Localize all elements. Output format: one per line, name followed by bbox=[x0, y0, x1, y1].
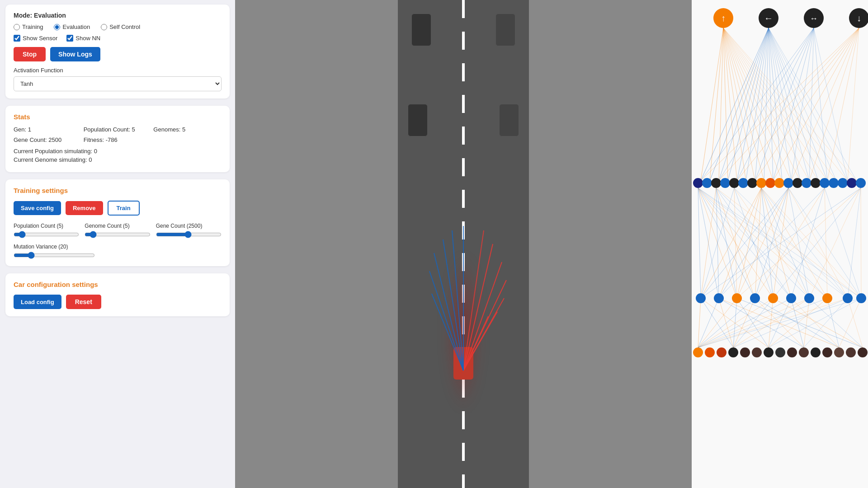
svg-line-125 bbox=[698, 298, 755, 347]
radio-self-control-label: Self Control bbox=[109, 23, 140, 30]
svg-line-158 bbox=[848, 298, 863, 347]
car-reset-button[interactable]: Reset bbox=[66, 295, 101, 309]
mode-card: Mode: Evaluation Training Evaluation Sel… bbox=[5, 5, 230, 99]
mutation-variance-slider[interactable] bbox=[14, 252, 95, 259]
input-node-8 bbox=[775, 347, 785, 357]
svg-line-121 bbox=[825, 188, 861, 298]
svg-line-71 bbox=[698, 188, 701, 298]
gene-count-label: Gene Count (2500) bbox=[156, 223, 222, 229]
mutation-variance-label: Mutation Variance (20) bbox=[14, 244, 82, 250]
svg-line-155 bbox=[737, 298, 863, 347]
sliders-grid: Population Count (5) Genome Count (5) Ge… bbox=[14, 223, 222, 238]
svg-line-156 bbox=[773, 298, 863, 347]
load-config-button[interactable]: Load config bbox=[14, 295, 61, 309]
input-node-3 bbox=[717, 347, 726, 357]
hidden2-node-5 bbox=[768, 293, 778, 303]
activation-select[interactable]: Tanh ReLU Sigmoid Linear bbox=[14, 76, 222, 91]
gene-count-group: Gene Count (2500) bbox=[156, 223, 222, 238]
show-logs-button[interactable]: Show Logs bbox=[50, 47, 100, 61]
hidden1-node-19 bbox=[856, 178, 866, 188]
radio-self-control[interactable]: Self Control bbox=[101, 23, 140, 30]
stop-button[interactable]: Stop bbox=[14, 47, 46, 61]
population-count-slider[interactable] bbox=[14, 231, 79, 238]
hidden1-node-11 bbox=[783, 178, 793, 188]
hidden1-node-15 bbox=[820, 178, 830, 188]
input-node-4 bbox=[728, 347, 738, 357]
nn-visualization: ↑ ← ↔ ↓ bbox=[692, 0, 868, 488]
radio-training[interactable]: Training bbox=[14, 23, 43, 30]
stats-grid: Gen: 1 Population Count: 5 Genomes: 5 Ge… bbox=[14, 126, 222, 143]
hidden2-node-1 bbox=[696, 293, 706, 303]
mode-title: Mode: Evaluation bbox=[14, 12, 222, 19]
training-settings-title: Training settings bbox=[14, 187, 222, 194]
hidden1-node-3 bbox=[711, 178, 721, 188]
radio-self-control-input[interactable] bbox=[101, 24, 107, 30]
show-sensor-checkbox[interactable] bbox=[14, 35, 20, 42]
activation-label: Activation Function bbox=[14, 67, 222, 74]
svg-line-152 bbox=[791, 298, 839, 347]
neural-network-panel: ↑ ← ↔ ↓ bbox=[692, 0, 868, 488]
input-node-9 bbox=[787, 347, 797, 357]
stat-gen: Gen: 1 bbox=[14, 126, 82, 133]
control-buttons: Stop Show Logs bbox=[14, 47, 222, 61]
svg-line-61 bbox=[814, 28, 848, 181]
mode-radio-group: Training Evaluation Self Control bbox=[14, 23, 222, 30]
population-count-label: Population Count (5) bbox=[14, 223, 79, 229]
hidden1-node-13 bbox=[802, 178, 811, 188]
gene-count-slider[interactable] bbox=[156, 231, 222, 238]
svg-line-70 bbox=[848, 28, 859, 181]
nn-svg: ↑ ← ↔ ↓ bbox=[692, 0, 868, 488]
show-sensor-label[interactable]: Show Sensor bbox=[14, 35, 57, 42]
hidden1-node-7 bbox=[747, 178, 757, 188]
radio-training-input[interactable] bbox=[14, 24, 20, 30]
svg-line-140 bbox=[737, 298, 769, 347]
svg-line-123 bbox=[698, 298, 719, 347]
road bbox=[398, 0, 529, 488]
hidden2-node-3 bbox=[732, 293, 742, 303]
stat-population: Population Count: 5 bbox=[84, 126, 152, 133]
save-config-button[interactable]: Save config bbox=[14, 201, 61, 215]
hidden1-node-4 bbox=[720, 178, 730, 188]
hidden2-node-7 bbox=[804, 293, 814, 303]
show-sensor-text: Show Sensor bbox=[23, 35, 57, 42]
population-count-group: Population Count (5) bbox=[14, 223, 79, 238]
hidden2-node-2 bbox=[714, 293, 724, 303]
hidden1-node-16 bbox=[829, 178, 839, 188]
svg-line-145 bbox=[719, 298, 804, 347]
svg-line-130 bbox=[698, 298, 848, 347]
train-button[interactable]: Train bbox=[108, 201, 140, 216]
hidden1-node-10 bbox=[774, 178, 784, 188]
left-panel: Mode: Evaluation Training Evaluation Sel… bbox=[0, 0, 235, 488]
show-nn-checkbox[interactable] bbox=[66, 35, 73, 42]
svg-line-126 bbox=[698, 298, 773, 347]
player-trail bbox=[445, 253, 481, 411]
radio-evaluation-input[interactable] bbox=[54, 24, 60, 30]
input-node-12 bbox=[822, 347, 832, 357]
road-shoulder-right bbox=[529, 0, 692, 488]
input-node-10 bbox=[799, 347, 809, 357]
training-buttons: Save config Remove Train bbox=[14, 201, 222, 216]
svg-line-57 bbox=[773, 28, 814, 181]
svg-line-118 bbox=[755, 188, 825, 298]
traffic-car-3 bbox=[408, 104, 428, 136]
svg-line-142 bbox=[769, 298, 791, 347]
remove-button[interactable]: Remove bbox=[66, 201, 103, 215]
svg-line-157 bbox=[809, 298, 863, 347]
radio-evaluation[interactable]: Evaluation bbox=[54, 23, 90, 30]
show-nn-label[interactable]: Show NN bbox=[66, 35, 100, 42]
stats-card: Stats Gen: 1 Population Count: 5 Genomes… bbox=[5, 106, 230, 172]
road-shoulder-left bbox=[235, 0, 398, 488]
checkbox-group: Show Sensor Show NN bbox=[14, 35, 222, 42]
svg-text:↓: ↓ bbox=[857, 13, 861, 23]
sensor-lines-svg bbox=[398, 0, 529, 488]
svg-line-107 bbox=[737, 188, 861, 298]
svg-line-110 bbox=[848, 188, 861, 298]
hidden1-node-6 bbox=[738, 178, 748, 188]
mutation-variance-group: Mutation Variance (20) bbox=[14, 244, 82, 259]
genome-count-slider[interactable] bbox=[85, 231, 150, 238]
svg-line-96 bbox=[761, 188, 848, 298]
svg-line-104 bbox=[788, 188, 848, 298]
svg-line-138 bbox=[733, 298, 848, 347]
svg-line-83 bbox=[716, 188, 737, 298]
svg-line-150 bbox=[719, 298, 839, 347]
